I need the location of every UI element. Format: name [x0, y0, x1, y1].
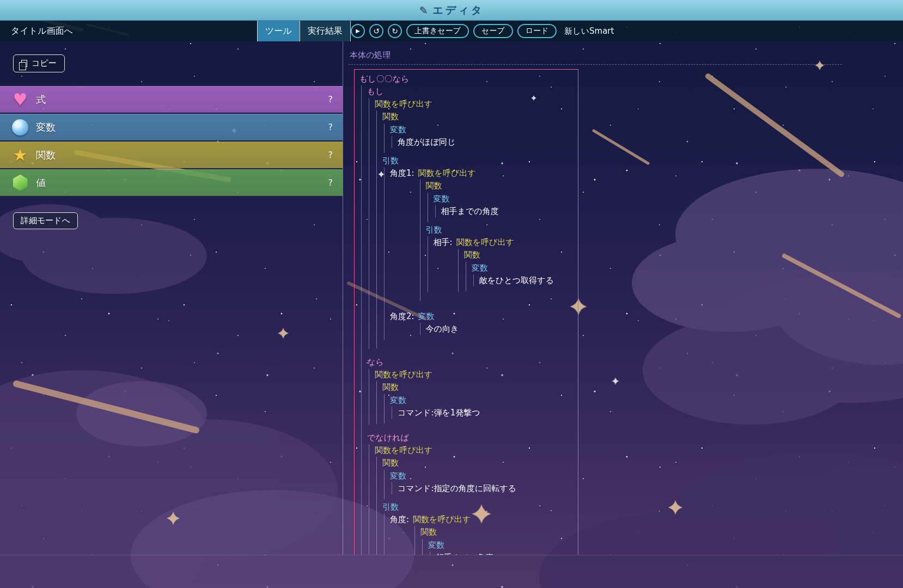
drop-glyph: [12, 119, 28, 136]
toolbar-tabs: ツール 実行結果: [257, 21, 351, 41]
pencil-icon: ✎: [419, 4, 428, 16]
category-expression-help[interactable]: ?: [328, 94, 333, 105]
tree-node-white[interactable]: コマンド:弾を1発撃つ: [398, 408, 480, 418]
tab-results[interactable]: 実行結果: [300, 21, 351, 41]
tree-node-yellow[interactable]: 関数を呼び出す: [375, 99, 432, 109]
tree-node-yellow[interactable]: 関数を呼び出す: [418, 168, 476, 178]
tree-node-blue[interactable]: 変数: [428, 540, 444, 550]
category-variable-label: 変数: [36, 121, 56, 134]
tree-node-blue[interactable]: 変数: [418, 311, 435, 321]
undo-icon: ↺: [373, 27, 380, 35]
category-function-label: 関数: [36, 149, 56, 162]
tree-node-white[interactable]: 相手までの角度: [436, 553, 493, 555]
category-value[interactable]: 値 ?: [0, 169, 343, 196]
copy-button-label: コピー: [32, 58, 57, 69]
heart-icon: ♥: [8, 91, 33, 108]
gem-icon: [8, 175, 33, 191]
tree-node-white[interactable]: コマンド:指定の角度に回転する: [398, 483, 516, 493]
tree-node-yellow[interactable]: 関数: [382, 382, 399, 392]
title-screen-button[interactable]: タイトル画面へ: [2, 21, 82, 41]
category-function-help[interactable]: ?: [328, 150, 333, 160]
tree-node-blue[interactable]: 変数: [434, 194, 450, 204]
tab-tools[interactable]: ツール: [257, 21, 300, 41]
current-file-label: 新しいSmart: [564, 26, 614, 36]
heart-glyph: ♥: [13, 91, 28, 108]
category-expression-label: 式: [36, 93, 46, 106]
title-bar: ✎ エディタ: [0, 0, 903, 21]
tree-node-blue[interactable]: 引数: [382, 156, 399, 166]
tree-node-white[interactable]: 角度がほぼ同じ: [398, 137, 455, 147]
copy-icon: [21, 60, 27, 67]
overwrite-save-button[interactable]: 上書きセーブ: [406, 24, 469, 38]
gem-glyph: [13, 175, 28, 191]
category-list: ♥ 式 ? 変数 ? ★ 関数 ? 値 ?: [0, 86, 343, 196]
tree-node-blue[interactable]: 変数: [472, 263, 488, 273]
tree-node-yellow[interactable]: 関数: [420, 527, 437, 537]
save-button[interactable]: セーブ: [473, 24, 513, 38]
tree-node-blue[interactable]: 引数: [426, 225, 442, 235]
category-function[interactable]: ★ 関数 ?: [0, 142, 343, 168]
redo-button[interactable]: ↻: [388, 24, 402, 38]
tree-node-pink[interactable]: もし〇〇なら: [359, 74, 409, 84]
tree-node-yellow[interactable]: 関数: [426, 181, 442, 191]
tree-node-yellow[interactable]: 関数: [382, 112, 399, 121]
tree-node-white[interactable]: 相手までの角度: [441, 206, 499, 216]
main-panel: 本体の処理 もし〇〇ならもし関数を呼び出す関数変数角度がほぼ同じ引数角度1:関数…: [343, 41, 903, 555]
tree-node-yellow[interactable]: 関数: [464, 250, 480, 260]
section-title: 本体の処理: [350, 50, 903, 60]
category-value-label: 値: [36, 176, 46, 189]
category-expression[interactable]: ♥ 式 ?: [0, 86, 343, 113]
sidebar: コピー ♥ 式 ? 変数 ? ★ 関数 ?: [0, 41, 343, 555]
dashed-divider: [349, 64, 842, 65]
copy-button[interactable]: コピー: [13, 54, 65, 72]
category-variable-help[interactable]: ?: [328, 122, 333, 132]
tree-node-white[interactable]: 敵をひとつ取得する: [479, 275, 554, 285]
tree-node-pink[interactable]: もし: [367, 87, 384, 96]
category-variable[interactable]: 変数 ?: [0, 114, 343, 140]
arg-name-label: 角度2:: [390, 310, 414, 322]
window-title: エディタ: [433, 3, 484, 17]
editor-window: ✎ エディタ タイトル画面へ ツール 実行結果 ▶ ↺ ↻ 上書きセーブ セーブ…: [0, 0, 903, 588]
tree-node-yellow[interactable]: 関数を呼び出す: [375, 445, 432, 455]
tree-node-yellow[interactable]: 関数: [382, 458, 399, 468]
tree-node-yellow[interactable]: 関数を呼び出す: [456, 237, 514, 247]
tree-node-blue[interactable]: 変数: [390, 471, 406, 481]
undo-button[interactable]: ↺: [369, 24, 383, 38]
tree-node-blue[interactable]: 変数: [390, 125, 406, 134]
toolbar: タイトル画面へ ツール 実行結果 ▶ ↺ ↻ 上書きセーブ セーブ ロード 新し…: [0, 21, 903, 41]
tree-node-blue[interactable]: 引数: [382, 502, 399, 512]
detail-mode-button[interactable]: 詳細モードへ: [13, 212, 78, 229]
play-icon: ▶: [356, 28, 360, 34]
tree-node-pink[interactable]: でなければ: [367, 433, 409, 443]
water-drop-icon: [8, 119, 33, 136]
star-glyph: ★: [13, 147, 28, 163]
play-button[interactable]: ▶: [351, 24, 365, 38]
arg-name-label: 角度:: [390, 513, 409, 525]
tree-node-blue[interactable]: 変数: [390, 395, 406, 405]
toolbar-actions: ▶ ↺ ↻ 上書きセーブ セーブ ロード 新しいSmart: [351, 21, 614, 41]
arg-name-label: 相手:: [434, 236, 453, 248]
star-icon: ★: [8, 147, 33, 163]
content-area: コピー ♥ 式 ? 変数 ? ★ 関数 ?: [0, 41, 903, 555]
tree-node-pink[interactable]: なら: [367, 357, 384, 367]
arg-name-label: 角度1:: [390, 167, 414, 179]
redo-icon: ↻: [392, 27, 398, 35]
load-button[interactable]: ロード: [517, 24, 557, 38]
category-value-help[interactable]: ?: [328, 177, 333, 188]
code-tree: もし〇〇ならもし関数を呼び出す関数変数角度がほぼ同じ引数角度1:関数を呼び出す関…: [354, 69, 578, 555]
tree-node-yellow[interactable]: 関数を呼び出す: [375, 370, 432, 379]
tree-node-yellow[interactable]: 関数を呼び出す: [413, 514, 471, 524]
tree-node-white[interactable]: 今の向き: [426, 324, 459, 334]
